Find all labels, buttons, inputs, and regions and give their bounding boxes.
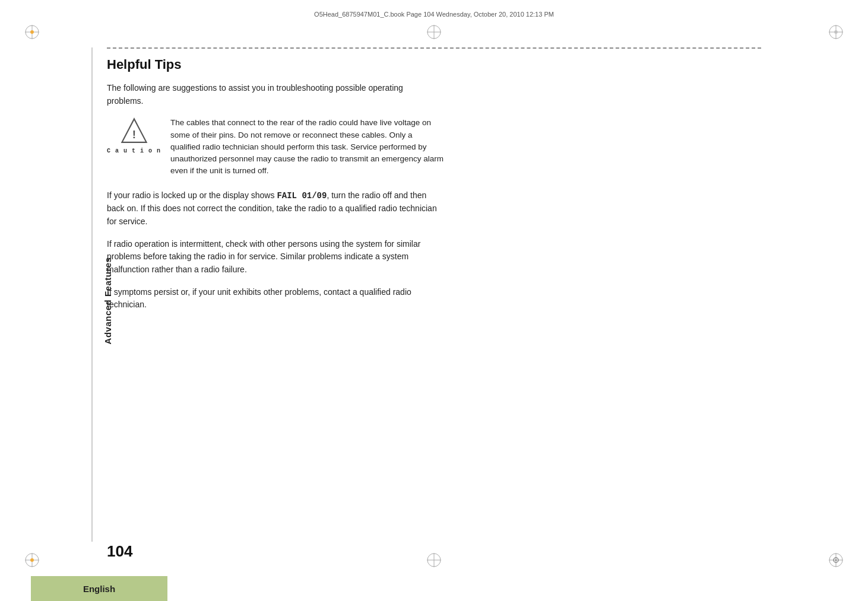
english-tab: English (31, 576, 167, 601)
side-bar (91, 47, 93, 542)
page-number: 104 (107, 542, 132, 561)
dashed-separator (107, 47, 761, 49)
svg-point-16 (835, 559, 837, 561)
reg-mark-bottom-left (24, 552, 40, 568)
svg-point-7 (834, 30, 838, 34)
caution-label: C a u t i o n (107, 148, 161, 154)
english-tab-label: English (83, 584, 115, 594)
svg-point-3 (30, 30, 34, 34)
fail-code: FAIL 01/09 (277, 191, 327, 201)
file-info: O5Head_6875947M01_C.book Page 104 Wednes… (107, 11, 761, 18)
section-title: Helpful Tips (107, 57, 761, 72)
paragraph2: If radio operation is intermittent, chec… (107, 238, 439, 276)
reg-mark-top-middle (426, 24, 442, 40)
reg-mark-top-left (24, 24, 40, 40)
caution-box: ! C a u t i o n The cables that connect … (107, 117, 761, 177)
fail-paragraph-prefix: If your radio is locked up or the displa… (107, 190, 277, 200)
caution-icon-wrap: ! C a u t i o n (107, 117, 161, 154)
main-content: Helpful Tips The following are suggestio… (107, 47, 761, 542)
caution-text: The cables that connect to the rear of t… (170, 117, 443, 177)
svg-point-11 (30, 558, 34, 562)
paragraph3: If symptoms persist or, if your unit exh… (107, 286, 439, 311)
caution-triangle-icon: ! (120, 117, 148, 145)
reg-mark-top-right (828, 24, 844, 40)
reg-mark-bottom-middle (426, 552, 442, 568)
svg-text:!: ! (132, 128, 135, 141)
reg-mark-bottom-right (828, 552, 844, 568)
intro-paragraph: The following are suggestions to assist … (107, 82, 439, 107)
fail-paragraph: If your radio is locked up or the displa… (107, 189, 439, 228)
